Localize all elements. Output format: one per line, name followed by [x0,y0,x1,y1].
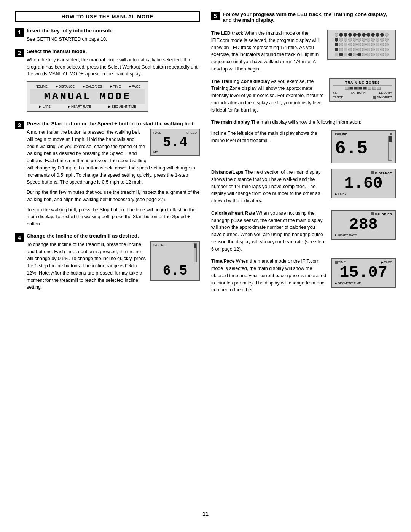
distance-label-bottom: ▶ LAPS [335,192,392,196]
led-display [327,30,396,60]
tz-label-endura: ENDURA [379,91,392,94]
led-dot [339,33,343,37]
manual-mode-display: INCLINE ▶ DISTANCE ▶ CALORIES ▶ TIME ▶ P… [27,81,148,112]
led-dot [366,53,370,56]
arrow-icon: ▶ [108,105,111,109]
step-1-title: Insert the key fully into the console. [27,28,200,34]
calories-bold: Calories/Heart Rate [211,211,255,216]
right-column: 5 Follow your progress with the LED trac… [211,11,396,503]
step-4-title: Change the incline of the treadmill as d… [27,233,200,239]
led-dot [380,43,384,46]
led-dot [385,53,389,56]
led-dot [357,43,361,46]
tz-bottom-labels: TANCE CALORIES [333,96,392,99]
led-row-1 [331,33,392,37]
tz-labels: NN FAT-BURN ENDURA [333,91,392,94]
main-display-bold: The main display [211,120,250,125]
step-4: 4 Change the incline of the treadmill as… [15,233,200,291]
led-dot [357,33,361,37]
calories-section-text: Calories/Heart Rate When you are not usi… [211,210,327,253]
step-1-body: See GETTING STARTED on page 10. [27,36,200,43]
led-dot [362,38,366,42]
incline-num-wrap: 6.5 [335,136,392,161]
led-row-2 [331,38,392,42]
step-2-body: When the key is inserted, the manual mod… [27,56,200,78]
arrow-icon: ▶ [335,282,337,285]
speed-display-top-labels: PACE SPEED [153,131,197,134]
led-dot [353,33,357,37]
incline-label: INCLINE [335,133,347,136]
time-section-text: Time/Pace When the manual mode or the iF… [211,258,327,294]
tz-label-fat-burn: FAT-BURN [351,91,366,94]
tz-label-nn: NN [333,91,338,94]
led-dot [366,38,370,42]
arrow-icon: ▶ [110,85,112,88]
label-segment-time: ▶ SEGMENT TIME [108,105,136,109]
led-dot [344,33,347,37]
label-calories: ▶ CALORIES [83,85,102,88]
tz-label-calories-icon: CALORIES [373,96,392,99]
led-dot [371,33,375,37]
led-dot [366,48,370,51]
training-zone-display: TRAINING ZONES NN FAT-BURN [329,78,396,102]
label-time: ▶ TIME [110,85,121,88]
led-grid [331,33,392,57]
sq-icon [371,171,374,174]
led-dot [344,43,347,46]
step-4-content: Change the incline of the treadmill as d… [27,233,200,291]
time-panel: TIME ▶ PACE 15.07 ▶ SEGMENT TIME [331,258,396,288]
led-dot [362,48,366,51]
led-dot [376,33,379,37]
time-number: 15.07 [335,264,392,281]
step-3-body3: To stop the walking belt, press the Stop… [27,206,200,228]
left-column: HOW TO USE THE MANUAL MODE 1 Insert the … [15,11,200,503]
speed-label-speed: SPEED [186,131,197,134]
led-section-text: The LED track When the manual mode or th… [211,30,323,73]
calories-number: 288 [335,216,392,233]
tz-dot [372,87,376,90]
led-dot [371,53,375,56]
step-3-body2: During the first few minutes that you us… [27,189,200,203]
tz-title-bold: The Training Zone display [211,79,270,84]
led-dot [376,48,379,51]
led-dot [362,43,366,46]
tz-dot [349,87,353,90]
led-dot [376,38,379,42]
arrow-icon: ▶ [56,85,58,88]
distance-panel: DISTANCE 1.60 ▶ LAPS [331,169,396,198]
led-dot [380,53,384,56]
led-dot [353,38,357,42]
led-dot [385,48,389,51]
incline-big-number: 6.5 [335,138,368,159]
speed-display-bottom: ME [153,150,197,154]
speed-display-container: PACE SPEED 5.4 ME [150,129,200,156]
led-row-3 [331,43,392,47]
incline-bar-marker [390,133,392,135]
led-dot [339,53,343,56]
calories-normal: When you are not using the handgrip puls… [211,211,324,252]
led-dot [344,48,347,51]
led-dot [344,53,347,56]
step-1-content: Insert the key fully into the console. S… [27,28,200,43]
step-3: 3 Press the Start button or the Speed + … [15,121,200,228]
tz-dot [363,87,367,90]
led-title-bold: The LED track [211,30,243,36]
tz-label-tance: TANCE [333,96,343,99]
label-laps: ▶ LAPS [39,105,51,109]
label-pace: ▶ PACE [129,85,140,88]
time-bold: Time/Pace [211,259,235,264]
tz-display-title: TRAINING ZONES [333,81,392,86]
led-dot [385,38,389,42]
led-dot [339,38,343,42]
led-dot [371,43,375,46]
label-distance: ▶ DISTANCE [56,85,75,88]
step-2-content: Select the manual mode. When the key is … [27,48,200,115]
incline-bar-indicator [194,243,197,262]
led-dot [348,43,352,46]
tz-dot [358,87,362,90]
led-dot [339,48,343,51]
led-dot [385,43,389,46]
led-dot [357,48,361,51]
step-3-content: Press the Start button or the Speed + bu… [27,121,200,228]
label-incline: INCLINE [35,85,48,88]
